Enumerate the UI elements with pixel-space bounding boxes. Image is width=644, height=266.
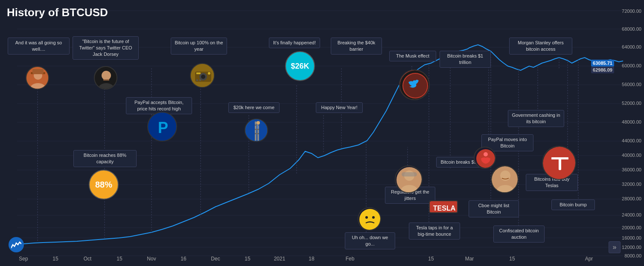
svg-rect-56 (255, 121, 256, 141)
svg-rect-88 (565, 157, 568, 159)
y-label-72000: 72000.00 (622, 9, 641, 14)
icon-tesla-logo: TESLA (429, 200, 458, 213)
svg-rect-59 (255, 129, 259, 130)
svg-text:TESLA: TESLA (433, 205, 456, 212)
svg-point-61 (256, 121, 260, 124)
icon-paypal-red (474, 147, 496, 169)
price-chart (0, 0, 644, 266)
y-label-8000: 8000.00 (624, 253, 641, 258)
y-label-32000: 32000.00 (622, 182, 641, 187)
icon-woman-face-2 (491, 165, 519, 193)
svg-rect-46 (103, 79, 109, 81)
svg-rect-87 (551, 157, 555, 159)
svg-rect-62 (257, 124, 258, 129)
svg-rect-42 (32, 69, 44, 74)
icon-radio (190, 63, 215, 88)
nav-forward-button[interactable]: » (609, 241, 621, 253)
y-label-24000: 24000.00 (622, 212, 641, 217)
icon-person-hat (26, 66, 49, 90)
svg-point-50 (201, 75, 205, 79)
x-label-mar: Mar (465, 256, 474, 262)
icon-person-ladder (245, 119, 268, 142)
x-label-dec: Dec (211, 256, 220, 262)
y-label-68000: 68000.00 (622, 26, 641, 32)
y-label-44000: 44000.00 (622, 138, 641, 143)
svg-point-54 (199, 79, 201, 81)
icon-tesla-circle (542, 146, 576, 180)
badge-26k: $26K (285, 51, 315, 81)
svg-rect-89 (559, 157, 561, 170)
icon-paypal: P (147, 112, 177, 142)
icon-woman-face (395, 165, 423, 193)
svg-point-70 (365, 216, 368, 219)
svg-point-44 (102, 71, 111, 80)
x-label-apr: Apr (585, 256, 593, 262)
price-high-label: 63085.71 (591, 60, 614, 66)
svg-point-53 (196, 79, 198, 81)
price-low-label: 62986.09 (591, 66, 614, 73)
icon-jack-dorsey (94, 66, 117, 90)
y-label-28000: 28000.00 (622, 196, 641, 201)
x-label-16: 16 (181, 256, 186, 262)
y-label-52000: 52000.00 (622, 101, 641, 106)
svg-point-69 (359, 209, 381, 230)
x-label-15e: 15 (509, 256, 515, 262)
y-label-20000: 20000.00 (622, 225, 641, 230)
icon-musk-twitter (399, 69, 430, 100)
svg-point-71 (372, 216, 375, 219)
x-label-sep: Sep (19, 256, 28, 262)
y-label-16000: 16000.00 (622, 235, 641, 240)
y-label-56000: 56000.00 (622, 82, 641, 87)
icon-emoji-sad (358, 207, 381, 231)
chart-container: History of BTCUSD (0, 0, 644, 266)
x-label-oct: Oct (84, 256, 92, 262)
y-label-60000: 60000.00 (622, 63, 641, 68)
x-label-15c: 15 (245, 256, 250, 262)
svg-rect-51 (196, 72, 201, 74)
x-label-15d: 15 (428, 256, 434, 262)
x-label-2021: 2021 (274, 256, 286, 262)
svg-point-76 (484, 152, 488, 156)
y-label-36000: 36000.00 (622, 167, 641, 172)
y-label-48000: 48000.00 (622, 119, 641, 124)
x-label-18: 18 (309, 256, 314, 262)
svg-rect-60 (255, 133, 259, 134)
watermark-logo (9, 237, 24, 252)
x-label-15a: 15 (52, 256, 58, 262)
x-label-15b: 15 (117, 256, 122, 262)
y-label-40000: 40000.00 (622, 153, 641, 158)
y-label-12000: 12000.00 (622, 245, 641, 250)
x-label-nov: Nov (147, 256, 156, 262)
svg-rect-81 (402, 172, 417, 176)
badge-88pct: 88% (89, 170, 119, 200)
x-label-feb: Feb (346, 256, 355, 262)
y-label-64000: 64000.00 (622, 44, 641, 49)
svg-point-52 (208, 72, 210, 75)
svg-text:P: P (158, 119, 168, 136)
